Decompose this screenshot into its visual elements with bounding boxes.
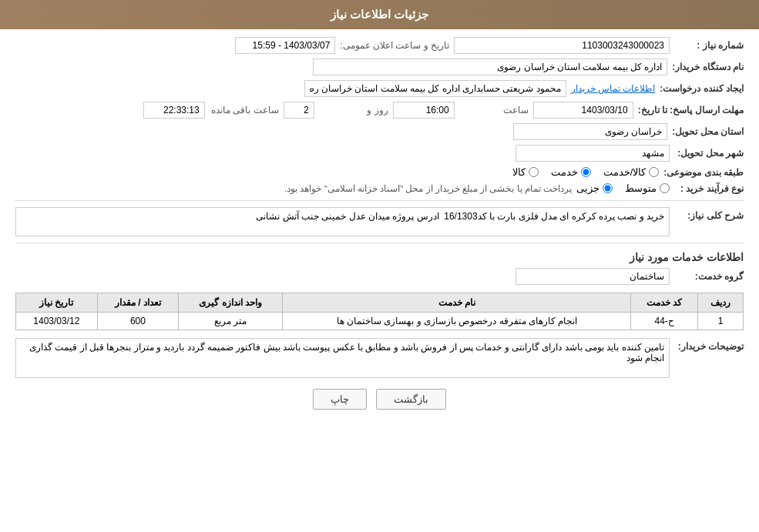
category-row: طبقه بندی موضوعی: کالا/خدمت خدمت کالا [15,166,744,178]
print-button[interactable]: چاپ [313,389,367,410]
requester-row: ایجاد کننده درخواست: اطلاعات تماس خریدار [15,80,744,97]
process-label-jozi: جزیی [576,182,599,194]
service-group-input[interactable] [516,268,670,285]
category-option-khedmat[interactable]: خدمت [551,166,591,178]
category-option-kala[interactable]: کالا [512,166,539,178]
services-table-section: ردیف کد خدمت نام خدمت واحد اندازه گیری ت… [15,293,744,330]
cell-date: 1403/03/12 [16,313,98,330]
buyer-org-row: نام دستگاه خریدار: [15,59,744,75]
process-option-motavasset[interactable]: متوسط [625,182,670,194]
need-desc-textarea[interactable] [15,207,670,236]
cell-row-num: 1 [698,313,744,330]
requester-input[interactable] [304,80,566,97]
table-header-row: ردیف کد خدمت نام خدمت واحد اندازه گیری ت… [16,293,744,313]
announcement-date-label: تاریخ و ساعت اعلان عمومی: [340,40,449,51]
need-desc-label: شرح کلی نیاز: [674,210,744,221]
cell-service-code: ح-44 [631,313,698,330]
service-group-row: گروه خدمت: [15,268,744,285]
province-input[interactable] [513,123,667,140]
button-row: بازگشت چاپ [15,389,744,422]
deadline-days-input[interactable] [284,102,314,119]
page-wrapper: جزئیات اطلاعات نیاز شماره نیاز : تاریخ و… [0,0,759,532]
category-label-khedmat: خدمت [551,166,578,178]
city-label: شهر محل تحویل: [674,148,744,159]
back-button[interactable]: بازگشت [376,389,446,410]
need-number-row: شماره نیاز : تاریخ و ساعت اعلان عمومی: [15,37,744,54]
contact-link[interactable]: اطلاعات تماس خریدار [571,83,656,94]
process-row: نوع فرآیند خرید : متوسط جزیی پرداخت تمام… [15,182,744,194]
col-quantity: تعداد / مقدار [97,293,179,313]
category-label: طبقه بندی موضوعی: [663,167,744,178]
cell-quantity: 600 [97,313,179,330]
process-radio-jozi[interactable] [603,183,613,193]
services-table: ردیف کد خدمت نام خدمت واحد اندازه گیری ت… [15,293,744,330]
category-label-kala: کالا [512,166,526,178]
category-label-kala-khedmat: کالا/خدمت [603,166,646,178]
buyer-notes-textarea[interactable] [15,338,670,378]
col-service-code: کد خدمت [631,293,698,313]
page-header: جزئیات اطلاعات نیاز [0,0,759,29]
content-area: شماره نیاز : تاریخ و ساعت اعلان عمومی: ن… [0,29,759,430]
deadline-row: مهلت ارسال پاسخ: تا تاریخ: ساعت روز و سا… [15,102,744,119]
category-radio-kala-khedmat[interactable] [649,167,659,177]
buyer-org-input[interactable] [313,59,667,75]
col-date: تاریخ نیاز [16,293,98,313]
category-option-kala-khedmat[interactable]: کالا/خدمت [603,166,660,178]
cell-unit: متر مربع [179,313,283,330]
process-note: پرداخت تمام یا بخشی از مبلغ خریدار از مح… [284,183,572,194]
need-desc-row: شرح کلی نیاز: [15,207,744,236]
need-number-label: شماره نیاز : [674,40,744,51]
category-radio-group: کالا/خدمت خدمت کالا [512,166,660,178]
deadline-time-input[interactable] [393,102,455,119]
deadline-remaining-label: ساعت باقی مانده [210,105,279,115]
buyer-notes-row: توضیحات خریدار: [15,338,744,378]
deadline-time-label: ساعت [459,105,529,115]
divider-2 [15,243,744,243]
page-title: جزئیات اطلاعات نیاز [331,8,428,21]
cell-service-name: انجام کارهای متفرقه درخصوص بازسازی و بهس… [283,313,631,330]
requester-label: ایجاد کننده درخواست: [660,83,744,94]
process-option-jozi[interactable]: جزیی [576,182,613,194]
city-row: شهر محل تحویل: [15,145,744,162]
process-label-motavasset: متوسط [625,182,657,194]
col-service-name: نام خدمت [283,293,631,313]
city-input[interactable] [516,145,670,162]
col-row-num: ردیف [698,293,744,313]
process-radio-group: متوسط جزیی [576,182,670,194]
deadline-date-input[interactable] [533,102,633,119]
service-group-label: گروه خدمت: [674,271,744,282]
category-radio-khedmat[interactable] [581,167,591,177]
service-info-title: اطلاعات خدمات مورد نیاز [15,251,744,263]
process-label: نوع فرآیند خرید : [674,183,744,194]
need-number-input[interactable] [454,37,670,54]
deadline-label: مهلت ارسال پاسخ: تا تاریخ: [638,105,744,115]
process-radio-motavasset[interactable] [660,183,670,193]
province-row: استان محل تحویل: [15,123,744,140]
buyer-org-label: نام دستگاه خریدار: [672,62,744,72]
category-radio-kala[interactable] [529,167,539,177]
deadline-remaining-input[interactable] [143,102,205,119]
table-row: 1 ح-44 انجام کارهای متفرقه درخصوص بازساز… [16,313,744,330]
deadline-days-label: روز و [319,105,388,115]
buyer-notes-label: توضیحات خریدار: [674,341,744,352]
col-unit: واحد اندازه گیری [179,293,283,313]
province-label: استان محل تحویل: [672,126,744,137]
divider-1 [15,200,744,201]
announcement-date-input[interactable] [235,37,335,54]
